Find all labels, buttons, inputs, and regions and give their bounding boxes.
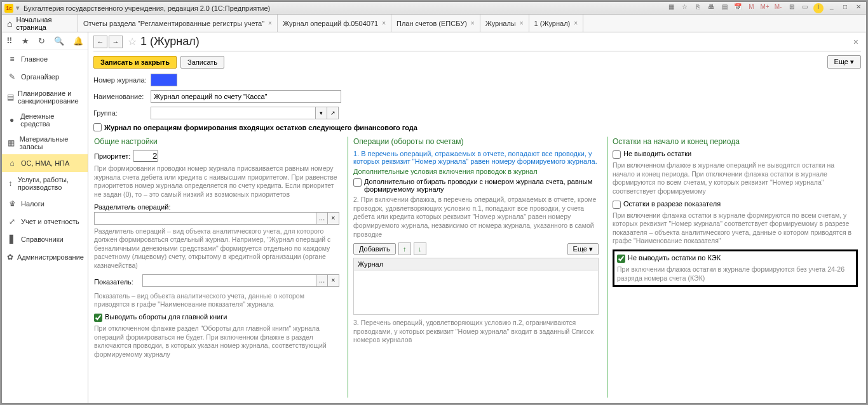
- help-text: При включении флажка остатки в журнале ф…: [613, 211, 858, 246]
- home-label: Начальная страница: [16, 16, 72, 31]
- tb-icon[interactable]: ⎘: [693, 3, 703, 13]
- help-text: При включенном флажке в журнале операций…: [613, 161, 858, 196]
- bell-icon[interactable]: 🔔: [73, 36, 83, 46]
- highlighted-box: Не выводить остатки по КЭК При включении…: [613, 249, 858, 287]
- side-icon: ↕: [7, 178, 14, 189]
- tab-close-icon[interactable]: ×: [520, 20, 524, 27]
- col-general: Общие настройки Приоритет: При формирова…: [93, 136, 342, 398]
- move-up-icon[interactable]: ↑: [398, 242, 411, 255]
- tb-icon[interactable]: M+: [760, 3, 770, 13]
- help-text: Разделитель операций – вид объекта анали…: [94, 227, 339, 270]
- favorite-icon[interactable]: ☆: [128, 36, 137, 48]
- sidebar-item[interactable]: ✎Органайзер: [2, 68, 88, 86]
- sidebar-item[interactable]: ▦Материальные запасы: [2, 131, 88, 154]
- no-balances-checkbox[interactable]: [613, 150, 621, 159]
- no-kek-checkbox[interactable]: [617, 255, 625, 263]
- add-button[interactable]: Добавить: [353, 243, 396, 255]
- sidebar-item[interactable]: ✿Администрирование: [2, 248, 88, 266]
- list-more-button[interactable]: Еще ▾: [567, 243, 599, 255]
- indicator-label: Показатель:: [94, 278, 140, 286]
- by-indicator-label: Остатки в разрезе показателя: [623, 200, 721, 208]
- tab-close-icon[interactable]: ×: [268, 20, 272, 27]
- clear-icon[interactable]: ×: [328, 212, 339, 225]
- side-icon: ▋: [7, 234, 17, 244]
- tab[interactable]: 1 (Журнал)×: [529, 15, 583, 32]
- journal-number-input[interactable]: [151, 74, 177, 86]
- clear-icon[interactable]: ×: [328, 274, 339, 287]
- page-title: 1 (Журнал): [140, 35, 200, 48]
- sidebar-item[interactable]: ♛Налоги: [2, 195, 88, 213]
- col-operations: Операции (обороты по счетам) 1. В перече…: [348, 136, 602, 398]
- sidebar-item[interactable]: ⌂ОС, НМА, НПА: [2, 154, 88, 172]
- home-tab[interactable]: ⌂ Начальная страница: [2, 15, 78, 32]
- by-indicator-checkbox[interactable]: [613, 201, 621, 209]
- tb-icon[interactable]: ☆: [679, 3, 689, 13]
- gl-checkbox[interactable]: [94, 314, 102, 322]
- name-label: Наименование:: [93, 93, 151, 100]
- sidebar: ⠿ ★ ↻ 🔍 🔔 ≡Главное ✎Органайзер ▤Планиров…: [2, 32, 88, 403]
- app-title: Бухгалтерия государственного учреждения,…: [24, 4, 270, 12]
- year-flag-checkbox[interactable]: [93, 123, 102, 131]
- tab-close-icon[interactable]: ×: [471, 20, 475, 27]
- apps-icon[interactable]: ⠿: [6, 36, 13, 46]
- side-icon: ▤: [7, 92, 14, 102]
- ellipsis-icon[interactable]: …: [316, 212, 328, 225]
- indicator-input[interactable]: [142, 274, 316, 287]
- no-kek-label: Не выводить остатки по КЭК: [628, 254, 721, 262]
- titlebar: 1c ▾ Бухгалтерия государственного учрежд…: [2, 2, 866, 15]
- tb-icon[interactable]: ▤: [719, 3, 729, 13]
- year-flag-label: Журнал по операциям формирования входящи…: [104, 124, 417, 131]
- tab-close-icon[interactable]: ×: [382, 20, 386, 27]
- group-label: Группа:: [93, 109, 151, 117]
- page-close-icon[interactable]: ×: [851, 37, 861, 47]
- side-icon: ♛: [7, 199, 17, 209]
- history-icon[interactable]: ↻: [38, 36, 45, 46]
- tab[interactable]: План счетов (ЕПСБУ)×: [391, 15, 480, 32]
- priority-input[interactable]: [133, 150, 158, 162]
- tb-icon[interactable]: 🖶: [706, 3, 716, 13]
- tab[interactable]: Журнал операций ф.0504071×: [278, 15, 391, 32]
- ellipsis-icon[interactable]: …: [316, 274, 328, 287]
- tab[interactable]: Журналы×: [480, 15, 529, 32]
- num-label: Номер журнала:: [93, 76, 151, 84]
- side-icon: ≡: [7, 54, 17, 64]
- tb-icon[interactable]: ▭: [800, 3, 810, 13]
- tb-icon[interactable]: 📅: [733, 3, 743, 13]
- close-icon[interactable]: ✕: [853, 3, 864, 13]
- maximize-icon[interactable]: □: [840, 3, 850, 13]
- list-body[interactable]: [353, 270, 599, 315]
- dropdown-icon[interactable]: ▾: [316, 107, 327, 119]
- tb-icon[interactable]: ⊞: [787, 3, 797, 13]
- minimize-icon[interactable]: _: [827, 3, 837, 13]
- star-icon[interactable]: ★: [22, 36, 29, 46]
- sidebar-item[interactable]: ⤢Учет и отчетность: [2, 213, 88, 230]
- save-button[interactable]: Записать: [180, 56, 224, 69]
- save-close-button[interactable]: Записать и закрыть: [93, 56, 177, 69]
- app-logo-icon: 1c: [4, 4, 13, 13]
- tb-icon[interactable]: M-: [773, 3, 783, 13]
- sidebar-item[interactable]: ≡Главное: [2, 50, 88, 68]
- sidebar-item[interactable]: ●Денежные средства: [2, 109, 88, 131]
- tab[interactable]: Отчеты раздела "Регламентированные регис…: [78, 15, 278, 32]
- sidebar-item[interactable]: ▤Планирование и санкционирование: [2, 86, 88, 109]
- journal-name-input[interactable]: [151, 90, 341, 103]
- forward-button[interactable]: →: [109, 36, 123, 48]
- tb-icon[interactable]: M: [747, 3, 757, 13]
- separator-input[interactable]: [94, 212, 316, 225]
- info-icon[interactable]: i: [813, 3, 824, 13]
- move-down-icon[interactable]: ↓: [414, 242, 426, 255]
- group-input[interactable]: [151, 107, 316, 119]
- more-button[interactable]: Еще ▾: [827, 55, 861, 69]
- tab-close-icon[interactable]: ×: [574, 20, 578, 27]
- sidebar-item[interactable]: ▋Справочники: [2, 230, 88, 248]
- actionbar: Записать и закрыть Записать Еще ▾: [93, 55, 861, 69]
- col-balances: Остатки на начало и конец периода Не выв…: [607, 136, 861, 398]
- dropdown-icon[interactable]: ▾: [16, 4, 20, 12]
- search-icon[interactable]: 🔍: [54, 36, 64, 46]
- open-icon[interactable]: ↗: [327, 107, 339, 119]
- back-button[interactable]: ←: [93, 36, 107, 48]
- side-icon: ✿: [7, 252, 13, 262]
- tb-icon[interactable]: ▦: [666, 3, 676, 13]
- extra-filter-checkbox[interactable]: [353, 178, 362, 187]
- sidebar-item[interactable]: ↕Услуги, работы, производство: [2, 172, 88, 195]
